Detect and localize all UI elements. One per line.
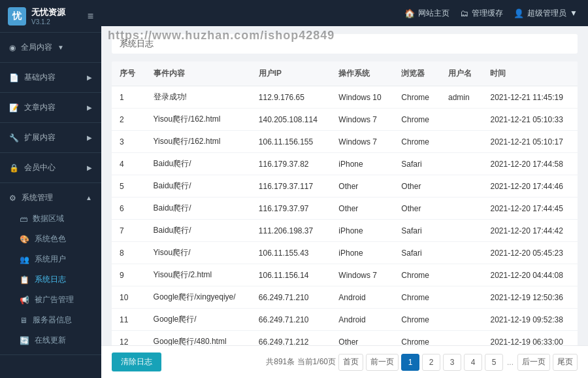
breadcrumb: 系统日志 [112,34,578,54]
sidebar-item-membercenter[interactable]: 🔒 会员中心 ▶ [0,157,101,179]
topnav-user-label: 超级管理员 [527,8,566,19]
sysuser-icon: 👥 [20,255,29,264]
cell-5 [440,175,482,198]
cell-1: Baidu爬行/ [146,175,251,198]
sidebar-item-allcontent[interactable]: ◉ 全局内容 ▼ [0,37,101,58]
sidebar-item-basiccontent[interactable]: 📄 基础内容 ▶ [0,67,101,88]
first-page-button[interactable]: 首页 [338,354,363,371]
cell-5 [440,331,482,346]
sidebar-item-syscolor[interactable]: 🎨 系统色色 [0,229,101,249]
cell-4: Other [393,175,440,198]
cell-1: Yisou爬行/162.html [146,131,251,153]
cell-6: 2021-12-19 09:52:38 [482,309,578,331]
sidebar-item-extcontent[interactable]: 🔧 扩展内容 ▶ [0,127,101,148]
sidebar-item-admanage[interactable]: 📢 被广告管理 [0,290,101,310]
syscolor-icon: 🎨 [20,235,29,244]
sidebar-section-ext: 🔧 扩展内容 ▶ [0,123,101,153]
sidebar-section-text: 📝 文章内容 ▶ [0,93,101,123]
sidebar-item-label-dataregion: 数据区域 [33,213,64,224]
topnav-manage[interactable]: 🗂 管理缓存 [460,8,503,19]
cell-2: 116.179.37.117 [251,175,331,198]
topnav-website[interactable]: 🏠 网站主页 [404,8,449,19]
col-header-os: 操作系统 [331,61,393,86]
table-row: 8Yisou爬行/106.11.155.43iPhoneSafari2021-1… [112,242,578,264]
chevron-up-icon: ▲ [86,194,92,201]
sidebar-item-sysmanage[interactable]: ⚙ 系统管理 ▲ [0,187,101,209]
cell-1: Baidu爬行/ [146,198,251,220]
sidebar-item-label-syscolor: 系统色色 [35,233,66,245]
last-page-button[interactable]: 尾页 [553,354,578,371]
cell-4: Chrome [393,331,440,346]
prev-page-button[interactable]: 前一页 [366,354,399,371]
cell-3: iPhone [331,220,393,242]
cell-1: Yisou爬行/2.html [146,264,251,286]
table-row: 9Yisou爬行/2.html106.11.156.14Windows 7Chr… [112,264,578,286]
sidebar-item-label-basiccontent: 基础内容 [24,72,56,83]
table-row: 4Baidu爬行/116.179.37.82iPhoneSafari2021-1… [112,153,578,175]
table-row: 2Yisou爬行/162.html140.205.108.114Windows … [112,109,578,131]
next-page-button[interactable]: 后一页 [517,354,550,371]
page-2-button[interactable]: 2 [422,354,440,371]
sidebar: 忧 无忧资源 V3.1.2 ≡ ◉ 全局内容 ▼ 📄 基础内容 ▶ 📝 [0,0,101,378]
cell-2: 66.249.71.212 [251,331,331,346]
top-nav: 🏠 网站主页 🗂 管理缓存 👤 超级管理员 ▼ [101,0,588,26]
cell-4: Chrome [393,286,440,309]
cell-2: 116.179.37.97 [251,198,331,220]
sidebar-item-syslog[interactable]: 📋 系统日志 [0,269,101,290]
sidebar-item-serverinfo[interactable]: 🖥 服务器信息 [0,310,101,330]
sidebar-item-label-membercenter: 会员中心 [24,162,56,173]
cell-1: Baidu爬行/ [146,220,251,242]
col-header-user: 用户名 [440,61,482,86]
cell-1: 登录成功! [146,86,251,109]
cell-4: Chrome [393,109,440,131]
allcontent-icon: ◉ [9,43,16,52]
cell-5 [440,109,482,131]
page-1-button[interactable]: 1 [401,354,419,371]
cell-2: 106.11.156.14 [251,264,331,286]
sidebar-item-label-serverinfo: 服务器信息 [33,315,72,326]
cell-3: Android [331,309,393,331]
clear-log-button[interactable]: 清除日志 [112,352,161,371]
app-name: 无忧资源 [31,7,65,18]
sidebar-item-dataregion[interactable]: 🗃 数据区域 [0,209,101,229]
sidebar-item-textcontent[interactable]: 📝 文章内容 ▶ [0,97,101,118]
cache-icon: 🗂 [460,9,468,18]
cell-5 [440,198,482,220]
chevron-right-icon3: ▶ [87,134,92,141]
sidebar-item-label-sysmanage: 系统管理 [22,192,53,203]
basiccontent-icon: 📄 [9,73,19,82]
cell-6: 2021-12-21 05:10:17 [482,131,578,153]
cell-6: 2021-12-20 05:45:23 [482,242,578,264]
topnav-website-label: 网站主页 [418,8,449,19]
topnav-user[interactable]: 👤 超级管理员 ▼ [514,8,578,19]
sidebar-section-global: ◉ 全局内容 ▼ [0,33,101,63]
syslog-icon: 📋 [20,275,29,284]
table-header-row: 序号 事件内容 用户IP 操作系统 浏览器 用户名 时间 [112,61,578,86]
page-area: 系统日志 序号 事件内容 用户IP 操作系统 浏览器 用户名 时间 1登录成功!… [101,26,588,345]
pagination-info-text: 共891条 当前1/60页 [266,356,336,368]
cell-2: 106.11.156.155 [251,131,331,153]
cell-6: 2021-12-19 12:50:36 [482,286,578,309]
cell-1: Baidu爬行/ [146,153,251,175]
cell-3: iPhone [331,153,393,175]
sidebar-item-sysuser[interactable]: 👥 系统用户 [0,249,101,269]
sidebar-item-onlineupdate[interactable]: 🔄 在线更新 [0,330,101,351]
cell-1: Google爬行/xingyeqiye/ [146,286,251,309]
page-5-button[interactable]: 5 [485,354,503,371]
sysmanage-icon: ⚙ [9,194,16,203]
table-row: 5Baidu爬行/116.179.37.117OtherOther2021-12… [112,175,578,198]
main-content: 🏠 网站主页 🗂 管理缓存 👤 超级管理员 ▼ https://www.huzh… [101,0,588,378]
sidebar-logo: 忧 无忧资源 V3.1.2 ≡ [0,0,101,33]
menu-toggle-icon[interactable]: ≡ [88,10,93,22]
cell-3: Other [331,198,393,220]
cell-2: 111.206.198.37 [251,220,331,242]
sidebar-section-basic: 📄 基础内容 ▶ [0,63,101,93]
cell-2: 140.205.108.114 [251,109,331,131]
col-header-time: 时间 [482,61,578,86]
page-3-button[interactable]: 3 [443,354,461,371]
cell-5 [440,264,482,286]
cell-3: Windows 7 [331,264,393,286]
cell-6: 2021-12-20 04:44:08 [482,264,578,286]
page-4-button[interactable]: 4 [464,354,482,371]
cell-0: 4 [112,153,146,175]
